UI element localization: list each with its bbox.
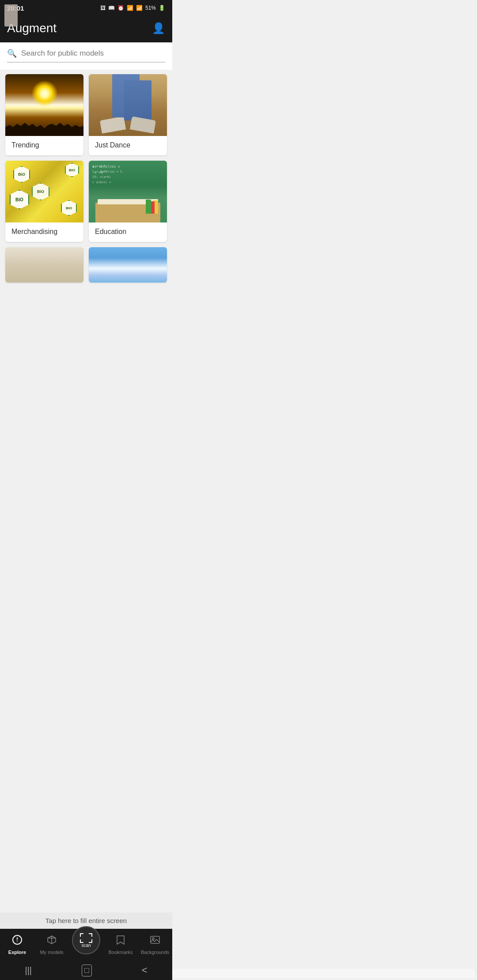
card-partial-right[interactable] [89,247,167,283]
app-header: Augment 👤 [0,16,172,42]
card-label-just-dance: Just Dance [89,136,167,155]
wifi-icon: 📶 [127,5,133,11]
card-label-merchandising: Merchandising [5,222,83,242]
bio-label-5: BiO [32,183,49,200]
card-merchandising[interactable]: BiO BIO BiO BIO BiO Merchandising [5,161,83,242]
signal-icon: 📶 [136,5,143,11]
book-icon: 📖 [108,5,115,11]
card-image-trending [5,74,83,136]
alarm-icon: ⏰ [117,5,124,11]
jeans-right [124,80,151,121]
crowd-silhouette [5,114,83,136]
card-just-dance[interactable]: Just Dance [89,74,167,155]
math-formulas: a + b P₂ ½ · (x+B)cos = ½ CO₂ x(a+b) ⊂ a… [92,164,163,185]
battery-icon: 🔋 [159,5,165,11]
profile-icon[interactable]: 👤 [152,22,165,34]
bio-label-4: BIO [61,200,77,216]
search-input[interactable] [21,49,165,58]
card-partial-left[interactable] [5,247,83,283]
pencil-3 [146,200,151,214]
card-image-partial-right [89,247,167,283]
card-label-trending: Trending [5,136,83,155]
card-image-education: a + b P₂ ½ · (x+B)cos = ½ CO₂ x(a+b) ⊂ a… [89,161,167,222]
bio-label-1: BiO [13,166,30,183]
content-grid: Trending Just Dance BiO BIO BiO BIO BiO … [0,70,172,287]
bio-label-3: BiO [10,190,29,209]
card-education[interactable]: a + b P₂ ½ · (x+B)cos = ½ CO₂ x(a+b) ⊂ a… [89,161,167,242]
search-icon: 🔍 [7,49,17,58]
status-icons: 🖼 📖 ⏰ 📶 📶 51% 🔋 [100,5,165,11]
card-trending[interactable]: Trending [5,74,83,155]
battery-percent: 51% [145,5,156,11]
card-image-just-dance [89,74,167,136]
card-image-merchandising: BiO BIO BiO BIO BiO [5,161,83,222]
search-bar[interactable]: 🔍 [7,49,165,63]
bio-label-2: BIO [65,163,79,177]
status-bar: 20:01 🖼 📖 ⏰ 📶 📶 51% 🔋 [0,0,172,16]
card-image-partial-left [5,247,83,283]
search-container: 🔍 [0,42,172,70]
card-label-education: Education [89,222,167,242]
gallery-icon: 🖼 [100,5,106,11]
